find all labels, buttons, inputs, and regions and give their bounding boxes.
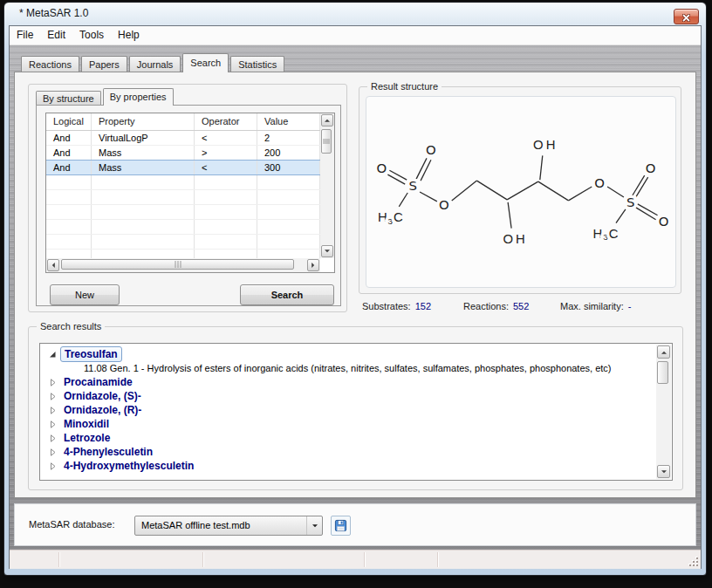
grid-cell	[46, 175, 92, 189]
grid-row[interactable]	[46, 235, 320, 250]
grid-row[interactable]: AndMass>200	[46, 146, 320, 161]
grid-cell	[257, 250, 320, 258]
svg-text:O: O	[377, 161, 387, 176]
tab-search[interactable]: Search	[182, 53, 229, 72]
triangle-collapsed-icon[interactable]	[49, 407, 58, 414]
grid-row[interactable]: AndMass<300	[46, 160, 320, 175]
floppy-disk-icon	[334, 519, 347, 532]
tree-item-label[interactable]: Procainamide	[60, 375, 136, 389]
scroll-right-icon[interactable]	[307, 259, 319, 271]
tree-item-label[interactable]: Ornidazole, (R)-	[60, 403, 145, 417]
structure-canvas: OSOOH3COHOHOSOOH3C	[366, 96, 676, 288]
grid-row[interactable]	[46, 250, 320, 258]
statusbar-divider	[364, 552, 365, 567]
grid-hscroll-thumb[interactable]	[61, 259, 294, 270]
statusbar-divider	[202, 552, 203, 567]
grid-cell	[92, 235, 195, 249]
tree-item-label[interactable]: Letrozole	[60, 431, 113, 445]
grid-horizontal-scrollbar[interactable]	[46, 258, 320, 272]
tree-item-ornidazole-s[interactable]: Ornidazole, (S)-	[40, 389, 656, 403]
conditions-grid[interactable]: LogicalPropertyOperatorValue AndVirtualL…	[45, 113, 335, 273]
scroll-up-icon[interactable]	[321, 114, 333, 126]
tab-by-properties[interactable]: By properties	[103, 88, 174, 106]
tab-statistics[interactable]: Statistics	[230, 56, 284, 72]
triangle-collapsed-icon[interactable]	[49, 420, 58, 428]
tree-item-treosulfan[interactable]: Treosulfan	[40, 347, 656, 361]
tree-item-letrozole[interactable]: Letrozole	[40, 431, 656, 445]
tab-by-structure[interactable]: By structure	[36, 91, 101, 106]
treosulfan-structure: OSOOH3COHOHOSOOH3C	[366, 97, 675, 287]
grid-column-header-value[interactable]: Value	[257, 113, 320, 130]
tree-child-item[interactable]: 11.08 Gen. 1 - Hydrolysis of esters of i…	[40, 361, 656, 375]
tree-item-procainamide[interactable]: Procainamide	[40, 375, 656, 389]
tree-item-label[interactable]: Minoxidil	[60, 417, 113, 431]
query-groupbox: By structureBy properties LogicalPropert…	[28, 84, 347, 312]
tree-item-label[interactable]: Ornidazole, (S)-	[60, 389, 145, 403]
window-title: * MetaSAR 1.0	[19, 7, 88, 19]
svg-text:O: O	[594, 175, 605, 191]
tree-item-4-hydroxymethylesculetin[interactable]: 4-Hydroxymethylesculetin	[40, 459, 656, 473]
menu-item-edit[interactable]: Edit	[40, 26, 72, 44]
scroll-down-icon[interactable]	[321, 245, 333, 257]
grid-vscroll-thumb[interactable]	[321, 129, 332, 154]
close-button[interactable]	[674, 9, 699, 24]
svg-text:S: S	[626, 195, 634, 210]
menu-item-help[interactable]: Help	[111, 26, 147, 44]
triangle-expanded-icon[interactable]	[49, 351, 58, 359]
chevron-down-icon[interactable]	[306, 516, 322, 535]
tab-journals[interactable]: Journals	[129, 56, 181, 72]
grid-cell	[46, 235, 92, 249]
grid-cell: Mass	[92, 146, 195, 160]
triangle-collapsed-icon[interactable]	[49, 393, 58, 400]
triangle-collapsed-icon[interactable]	[49, 462, 58, 470]
menu-bar: FileEditToolsHelp	[10, 26, 701, 45]
scroll-down-icon[interactable]	[657, 465, 670, 478]
search-button[interactable]: Search	[240, 284, 334, 305]
stat-value: 152	[415, 301, 431, 311]
grid-row[interactable]	[46, 220, 320, 235]
tab-papers[interactable]: Papers	[81, 56, 127, 72]
results-vertical-scrollbar[interactable]	[656, 345, 671, 479]
grid-cell	[257, 175, 320, 189]
triangle-collapsed-icon[interactable]	[49, 448, 58, 456]
grid-cell: VirtualLogP	[92, 131, 195, 145]
grid-cell: Mass	[92, 161, 195, 174]
triangle-collapsed-icon[interactable]	[49, 379, 58, 386]
tree-item-label[interactable]: 4-Phenylesculetin	[60, 445, 156, 459]
stat-value: -	[628, 301, 632, 311]
main-tab-strip: ReactionsPapersJournalsSearchStatistics	[21, 53, 286, 72]
search-results-groupbox: Search results Treosulfan11.08 Gen. 1 - …	[28, 326, 683, 490]
stat-value: 552	[513, 301, 529, 311]
title-bar[interactable]: * MetaSAR 1.0	[4, 3, 706, 24]
resize-grip[interactable]	[688, 556, 698, 566]
tree-item-ornidazole-r[interactable]: Ornidazole, (R)-	[40, 403, 656, 417]
grid-vertical-scrollbar[interactable]	[320, 113, 334, 258]
grid-row[interactable]	[46, 190, 320, 205]
database-label: MetaSAR database:	[29, 519, 114, 530]
tab-reactions[interactable]: Reactions	[21, 56, 79, 72]
grid-cell	[257, 235, 320, 249]
menu-item-file[interactable]: File	[10, 26, 40, 44]
grid-cell	[92, 220, 195, 234]
tree-item-minoxidil[interactable]: Minoxidil	[40, 417, 656, 431]
grid-row[interactable]	[46, 205, 320, 220]
grid-column-header-operator[interactable]: Operator	[195, 113, 257, 130]
save-database-button[interactable]	[331, 516, 351, 536]
grid-column-header-property[interactable]: Property	[92, 113, 195, 130]
grid-column-header-logical[interactable]: Logical	[46, 113, 92, 130]
tree-item-4-phenylesculetin[interactable]: 4-Phenylesculetin	[40, 445, 656, 459]
grid-row[interactable]	[46, 175, 320, 190]
menu-item-tools[interactable]: Tools	[72, 26, 111, 44]
scroll-left-icon[interactable]	[47, 259, 59, 271]
scroll-up-icon[interactable]	[657, 345, 670, 359]
grid-cell: 300	[257, 161, 320, 174]
results-vscroll-thumb[interactable]	[657, 361, 668, 384]
database-combobox[interactable]: MetaSAR offline test.mdb	[134, 516, 323, 536]
grid-cell	[92, 175, 195, 189]
tree-item-label[interactable]: Treosulfan	[60, 346, 122, 362]
tree-item-label[interactable]: 4-Hydroxymethylesculetin	[60, 459, 197, 473]
grid-cell: <	[195, 131, 257, 145]
new-button[interactable]: New	[50, 284, 120, 305]
grid-row[interactable]: AndVirtualLogP<2	[46, 131, 320, 146]
triangle-collapsed-icon[interactable]	[49, 434, 58, 442]
